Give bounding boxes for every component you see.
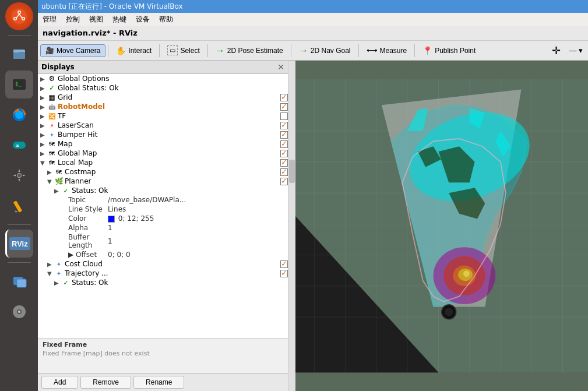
remove-button[interactable]: Remove bbox=[80, 376, 131, 389]
prop-offset: ▶ Offset 0; 0; 0 bbox=[38, 250, 288, 259]
menu-control[interactable]: 控制 bbox=[66, 15, 80, 24]
tree-item-costmap[interactable]: ▶ 🗺 Costmap bbox=[38, 167, 288, 177]
taskbar-files[interactable] bbox=[5, 40, 33, 68]
tree-item-global-status[interactable]: ▶ ✓ Global Status: Ok bbox=[38, 83, 288, 93]
viewport[interactable] bbox=[288, 61, 588, 391]
publish-point-button[interactable]: 📍 Publish Point bbox=[417, 44, 481, 58]
robot-model-checkbox[interactable] bbox=[280, 103, 288, 111]
prop-topic-value[interactable]: /move_base/DWAPla... bbox=[108, 196, 288, 204]
nav-goal-button[interactable]: → 2D Nav Goal bbox=[294, 43, 356, 58]
global-map-checkbox[interactable] bbox=[280, 150, 288, 157]
bumper-hit-icon: ✦ bbox=[47, 132, 57, 138]
prop-color-value[interactable]: 0; 12; 255 bbox=[108, 214, 288, 223]
prop-line-style-value[interactable]: Lines bbox=[108, 205, 288, 213]
trajectory-status-icon: ✓ bbox=[61, 279, 71, 287]
taskbar-settings[interactable] bbox=[5, 161, 33, 189]
global-options-icon: ⚙ bbox=[47, 75, 57, 83]
displays-close-button[interactable]: ✕ bbox=[277, 62, 284, 72]
bumper-hit-checkbox[interactable] bbox=[280, 131, 288, 139]
tree-item-planner-status[interactable]: ▶ ✓ Status: Ok bbox=[38, 186, 288, 195]
costmap-checkbox[interactable] bbox=[280, 168, 288, 176]
tree-item-bumper-hit[interactable]: ▶ ✦ Bumper Hit bbox=[38, 130, 288, 139]
local-map-checkbox[interactable] bbox=[280, 159, 288, 167]
displays-tree[interactable]: ▶ ⚙ Global Options ▶ ✓ Global Status: Ok… bbox=[38, 74, 288, 338]
cost-cloud-label: Cost Cloud bbox=[64, 260, 280, 268]
tree-item-tf[interactable]: ▶ 🔀 TF bbox=[38, 111, 288, 121]
planner-checkbox[interactable] bbox=[280, 178, 288, 185]
pose-estimate-button[interactable]: → 2D Pose Estimate bbox=[210, 43, 288, 58]
main-content: Displays ✕ ▶ ⚙ Global Options ▶ ✓ Global… bbox=[38, 61, 588, 391]
taskbar-arduino[interactable]: ∞ bbox=[5, 131, 33, 159]
scroll-indicator[interactable] bbox=[288, 61, 295, 391]
scroll-thumb[interactable] bbox=[289, 160, 295, 183]
laser-scan-checkbox[interactable] bbox=[280, 122, 288, 129]
options-button[interactable]: — ▾ bbox=[566, 45, 586, 55]
menu-device[interactable]: 设备 bbox=[136, 15, 150, 24]
taskbar-rviz[interactable]: RViz bbox=[5, 230, 33, 258]
measure-icon: ⟷ bbox=[367, 46, 378, 55]
add-display-button[interactable]: ✛ bbox=[548, 44, 565, 58]
taskbar-firefox[interactable] bbox=[5, 101, 33, 129]
tree-item-local-map[interactable]: ▼ 🗺 Local Map bbox=[38, 158, 288, 167]
app-wrapper: ubuntu [正在运行] - Oracle VM VirtualBox 管理 … bbox=[38, 0, 588, 391]
taskbar-virtualbox[interactable] bbox=[5, 267, 33, 295]
prop-line-style: Line Style Lines bbox=[38, 205, 288, 214]
map-checkbox[interactable] bbox=[280, 140, 288, 148]
menu-manage[interactable]: 管理 bbox=[43, 15, 57, 24]
nav-goal-icon: → bbox=[299, 45, 308, 56]
taskbar-disc[interactable] bbox=[5, 298, 33, 326]
tree-item-cost-cloud[interactable]: ▶ ✦ Cost Cloud bbox=[38, 259, 288, 269]
rename-button[interactable]: Rename bbox=[133, 376, 184, 389]
tree-item-planner[interactable]: ▼ 🌿 Planner bbox=[38, 177, 288, 186]
taskbar-ubuntu[interactable] bbox=[5, 2, 33, 30]
trajectory-label: Trajectory ... bbox=[64, 269, 280, 277]
menu-view[interactable]: 视图 bbox=[89, 15, 103, 24]
move-camera-icon: 🎥 bbox=[45, 47, 54, 55]
tree-item-global-options[interactable]: ▶ ⚙ Global Options bbox=[38, 74, 288, 83]
prop-buffer-length: Buffer Length 1 bbox=[38, 233, 288, 250]
tree-item-robot-model[interactable]: ▶ 🤖 RobotModel bbox=[38, 102, 288, 111]
prop-buffer-length-value[interactable]: 1 bbox=[108, 237, 288, 245]
menu-help[interactable]: 帮助 bbox=[159, 15, 173, 24]
svg-point-17 bbox=[17, 174, 21, 177]
add-button[interactable]: Add bbox=[41, 376, 78, 389]
expand-arrow: ▶ bbox=[47, 261, 54, 267]
measure-button[interactable]: ⟷ Measure bbox=[361, 44, 413, 57]
tree-item-laser-scan[interactable]: ▶ ⚡ LaserScan bbox=[38, 121, 288, 130]
select-label: Select bbox=[180, 47, 199, 55]
menu-hotkey[interactable]: 热键 bbox=[112, 15, 126, 24]
rviz-icon: RViz bbox=[9, 237, 30, 250]
robot-model-label: RobotModel bbox=[57, 103, 280, 111]
grid-checkbox[interactable] bbox=[280, 94, 288, 101]
costmap-label: Costmap bbox=[64, 168, 280, 176]
global-status-label: Global Status: Ok bbox=[57, 84, 288, 92]
tf-checkbox[interactable] bbox=[280, 112, 288, 120]
interact-button[interactable]: ✋ Interact bbox=[111, 44, 157, 58]
svg-point-6 bbox=[14, 18, 16, 20]
taskbar-pencil[interactable] bbox=[5, 192, 33, 220]
prop-offset-value[interactable]: 0; 0; 0 bbox=[108, 251, 288, 259]
expand-arrow: ▶ bbox=[40, 104, 47, 110]
tree-item-trajectory[interactable]: ▼ ✦ Trajectory ... bbox=[38, 269, 288, 278]
svg-text:$_: $_ bbox=[15, 81, 22, 87]
status-title: Fixed Frame bbox=[43, 341, 283, 348]
trajectory-checkbox[interactable] bbox=[280, 270, 288, 277]
toolbar-sep-5 bbox=[358, 44, 359, 57]
expand-arrow: ▶ bbox=[40, 76, 47, 82]
prop-alpha-value[interactable]: 1 bbox=[108, 224, 288, 232]
cost-cloud-checkbox[interactable] bbox=[280, 260, 288, 268]
taskbar-terminal[interactable]: $_ bbox=[5, 71, 33, 98]
select-icon: ▭ bbox=[167, 45, 178, 55]
move-camera-button[interactable]: 🎥 Move Camera bbox=[40, 44, 105, 57]
prop-topic: Topic /move_base/DWAPla... bbox=[38, 195, 288, 205]
arduino-icon: ∞ bbox=[11, 137, 27, 153]
tree-item-trajectory-status[interactable]: ▶ ✓ Status: Ok bbox=[38, 278, 288, 287]
tree-item-grid[interactable]: ▶ ▦ Grid bbox=[38, 93, 288, 102]
tree-item-map[interactable]: ▶ 🗺 Map bbox=[38, 139, 288, 149]
local-map-label: Local Map bbox=[57, 158, 280, 167]
svg-point-54 bbox=[445, 308, 453, 316]
select-button[interactable]: ▭ Select bbox=[162, 43, 205, 58]
tree-item-global-map[interactable]: ▶ 🗺 Global Map bbox=[38, 149, 288, 158]
toolbar-sep-2 bbox=[159, 44, 160, 57]
color-swatch bbox=[108, 216, 115, 223]
